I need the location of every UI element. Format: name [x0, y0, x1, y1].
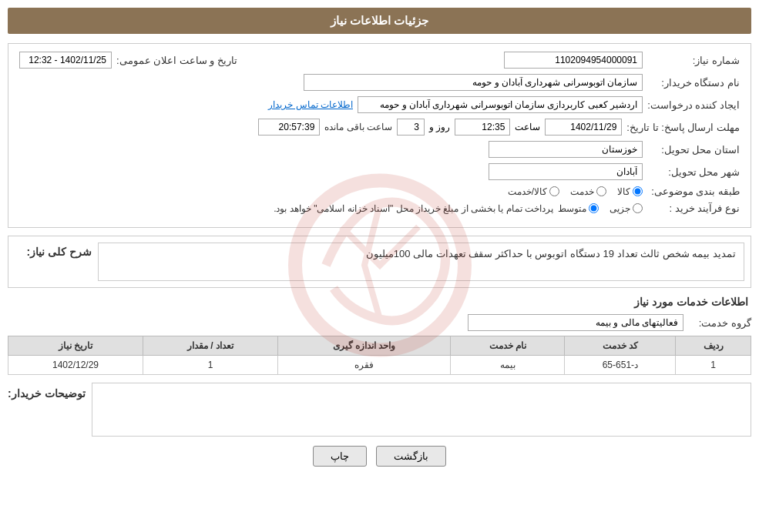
sharh-box: تمدید بیمه شخص ثالث تعداد 19 دستگاه اتوب…	[8, 236, 751, 288]
ostan-label: استان محل تحویل:	[647, 144, 740, 156]
buttons-row: بازگشت چاپ	[8, 446, 751, 467]
row-shomara: شماره نیاز: تاریخ و ساعت اعلان عمومی:	[19, 52, 740, 69]
etela-tamas-link[interactable]: اطلاعات تماس خریدار	[268, 99, 353, 110]
sharh-content: تمدید بیمه شخص ثالث تعداد 19 دستگاه اتوب…	[98, 243, 744, 281]
col-nam-khedmat: نام خدمت	[451, 336, 565, 356]
col-tarikh: تاریخ نیاز	[8, 336, 143, 356]
services-section: اطلاعات خدمات مورد نیاز گروه خدمت: ردیف …	[8, 296, 751, 375]
noe-farayan-radio-group: جزیی متوسط	[558, 203, 643, 214]
row-ostan: استان محل تحویل:	[19, 141, 740, 158]
table-header-row: ردیف کد خدمت نام خدمت واحد اندازه گیری ت…	[8, 336, 751, 356]
tabaqe-khedmat[interactable]: خدمت	[570, 186, 606, 197]
cell-tarikh: 1402/12/29	[8, 356, 143, 375]
tabaqe-radio-group: کالا خدمت کالا/خدمت	[508, 186, 643, 197]
cell-nam_khedmat: بیمه	[451, 356, 565, 375]
col-radif: ردیف	[676, 336, 751, 356]
shahr-input[interactable]	[489, 163, 643, 180]
page-title: جزئیات اطلاعات نیاز	[8, 8, 751, 34]
ijad-label: ایجاد کننده درخواست:	[647, 99, 740, 111]
nam-dastgah-input[interactable]	[304, 74, 643, 91]
row-nam-dastgah: نام دستگاه خریدار:	[19, 74, 740, 91]
row-mohlat: مهلت ارسال پاسخ: تا تاریخ: ساعت روز و سا…	[19, 119, 740, 136]
mohlat-roz-label: روز و	[429, 122, 450, 132]
table-row: 1د-651-65بیمهفقره11402/12/29	[8, 356, 751, 375]
noe-motavaset[interactable]: متوسط	[558, 203, 599, 214]
print-button[interactable]: چاپ	[313, 446, 367, 467]
page-wrapper: جزئیات اطلاعات نیاز شماره نیاز: تاریخ و …	[0, 0, 759, 532]
cell-vahed: فقره	[277, 356, 450, 375]
mohlat-roz-input[interactable]	[397, 119, 425, 136]
mohlat-remaining-label: ساعت باقی مانده	[324, 122, 392, 132]
shomara-niaz-label: شماره نیاز:	[647, 55, 740, 66]
services-table: ردیف کد خدمت نام خدمت واحد اندازه گیری ت…	[8, 336, 751, 375]
grohe-khedmat-row: گروه خدمت:	[8, 314, 751, 331]
mohlat-label: مهلت ارسال پاسخ: تا تاریخ:	[626, 122, 740, 133]
cell-kod_khedmat: د-651-65	[565, 356, 676, 375]
tabaqe-label: طبقه بندی موضوعی:	[647, 186, 740, 197]
row-noe-farayan: نوع فرآیند خرید : جزیی متوسط پرداخت تمام…	[19, 202, 740, 214]
cell-radif: 1	[676, 356, 751, 375]
mohlat-remaining-input[interactable]	[258, 119, 320, 136]
ostan-input[interactable]	[489, 141, 643, 158]
noe-jozi[interactable]: جزیی	[610, 203, 643, 214]
payment-note: پرداخت تمام یا بخشی از مبلغ خریداز محل "…	[19, 203, 553, 214]
row-ijad: ایجاد کننده درخواست: اطلاعات تماس خریدار	[19, 96, 740, 113]
ijad-input[interactable]	[358, 96, 643, 113]
buyer-desc-section: توضیحات خریدار:	[8, 383, 751, 437]
tarikh-input[interactable]	[19, 52, 112, 69]
mohlat-time-label: ساعت	[515, 122, 540, 132]
tabaqe-kala-khedmat[interactable]: کالا/خدمت	[508, 186, 559, 197]
tabaqe-kala[interactable]: کالا	[617, 186, 643, 197]
mohlat-date-input[interactable]	[545, 119, 622, 136]
mohlat-time-input[interactable]	[455, 119, 510, 136]
col-kod-khedmat: کد خدمت	[565, 336, 676, 356]
cell-tedad: 1	[143, 356, 278, 375]
col-vahed: واحد اندازه گیری	[277, 336, 450, 356]
sharh-row: تمدید بیمه شخص ثالث تعداد 19 دستگاه اتوب…	[15, 243, 744, 281]
shomara-niaz-input[interactable]	[504, 52, 643, 69]
row-tabaqe: طبقه بندی موضوعی: کالا خدمت کالا/خدمت	[19, 186, 740, 197]
tarikh-label: تاریخ و ساعت اعلان عمومی:	[116, 55, 237, 66]
grohe-khedmat-input[interactable]	[468, 314, 683, 331]
col-tedad: تعداد / مقدار	[143, 336, 278, 356]
noe-farayan-label: نوع فرآیند خرید :	[647, 202, 740, 214]
row-shahr: شهر محل تحویل:	[19, 163, 740, 180]
main-form: شماره نیاز: تاریخ و ساعت اعلان عمومی: نا…	[8, 43, 751, 228]
sharh-label: شرح کلی نیاز:	[15, 243, 92, 258]
nam-dastgah-label: نام دستگاه خریدار:	[647, 77, 740, 89]
buyer-desc-label: توضیحات خریدار:	[8, 383, 86, 400]
buyer-desc-textarea[interactable]	[92, 383, 751, 437]
back-button[interactable]: بازگشت	[376, 446, 446, 467]
services-title: اطلاعات خدمات مورد نیاز	[8, 296, 751, 308]
grohe-khedmat-label: گروه خدمت:	[690, 317, 751, 329]
shahr-label: شهر محل تحویل:	[647, 166, 740, 178]
